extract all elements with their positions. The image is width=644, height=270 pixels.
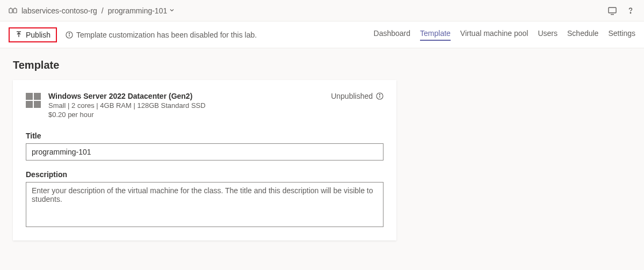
vm-status: Unpublished — [331, 92, 383, 100]
upload-icon — [15, 31, 23, 39]
toolbar: Publish Template customization has been … — [0, 21, 644, 48]
template-card: Windows Server 2022 Datacenter (Gen2) Sm… — [13, 80, 396, 240]
tab-template[interactable]: Template — [420, 29, 451, 41]
svg-point-13 — [379, 94, 380, 94]
resource-group-icon — [9, 6, 17, 15]
tab-schedule[interactable]: Schedule — [567, 29, 598, 41]
breadcrumb-separator: / — [102, 6, 104, 15]
title-input[interactable] — [26, 143, 383, 160]
title-label: Title — [26, 132, 383, 140]
windows-icon — [26, 93, 41, 108]
vm-name: Windows Server 2022 Datacenter (Gen2) — [48, 92, 206, 100]
page-title: Template — [0, 48, 644, 80]
description-field-group: Description — [26, 170, 383, 229]
publish-button[interactable]: Publish — [9, 27, 57, 42]
breadcrumb-current[interactable]: programming-101 — [108, 6, 175, 15]
monitor-icon[interactable] — [607, 6, 617, 16]
svg-point-6 — [630, 12, 631, 13]
publish-button-label: Publish — [26, 31, 50, 39]
svg-rect-0 — [9, 9, 12, 13]
breadcrumb-bar: labservices-contoso-rg / programming-101 — [0, 0, 644, 21]
vm-info: Windows Server 2022 Datacenter (Gen2) Sm… — [26, 92, 206, 119]
chevron-down-icon — [169, 8, 175, 14]
header-actions — [607, 6, 635, 16]
nav-tabs: Dashboard Template Virtual machine pool … — [374, 29, 635, 41]
info-message: Template customization has been disabled… — [66, 31, 257, 39]
toolbar-left: Publish Template customization has been … — [9, 27, 257, 42]
vm-header: Windows Server 2022 Datacenter (Gen2) Sm… — [26, 92, 383, 119]
tab-dashboard[interactable]: Dashboard — [374, 29, 411, 41]
help-icon[interactable] — [626, 6, 635, 16]
vm-price: $0.20 per hour — [48, 111, 206, 119]
breadcrumb-parent[interactable]: labservices-contoso-rg — [21, 6, 97, 15]
svg-rect-4 — [609, 8, 616, 13]
vm-specs: Small | 2 cores | 4GB RAM | 128GB Standa… — [48, 101, 206, 110]
info-icon[interactable] — [376, 92, 383, 100]
vm-status-label: Unpublished — [331, 92, 373, 100]
description-label: Description — [26, 170, 383, 179]
svg-point-10 — [69, 33, 69, 33]
description-textarea[interactable] — [26, 182, 383, 227]
breadcrumb: labservices-contoso-rg / programming-101 — [9, 6, 175, 15]
info-icon — [66, 31, 73, 39]
info-message-text: Template customization has been disabled… — [76, 31, 257, 39]
tab-vm-pool[interactable]: Virtual machine pool — [460, 29, 529, 41]
vm-details: Windows Server 2022 Datacenter (Gen2) Sm… — [48, 92, 206, 119]
tab-users[interactable]: Users — [538, 29, 558, 41]
tab-settings[interactable]: Settings — [608, 29, 635, 41]
svg-rect-1 — [13, 9, 17, 13]
breadcrumb-current-label: programming-101 — [108, 6, 168, 15]
title-field-group: Title — [26, 132, 383, 160]
